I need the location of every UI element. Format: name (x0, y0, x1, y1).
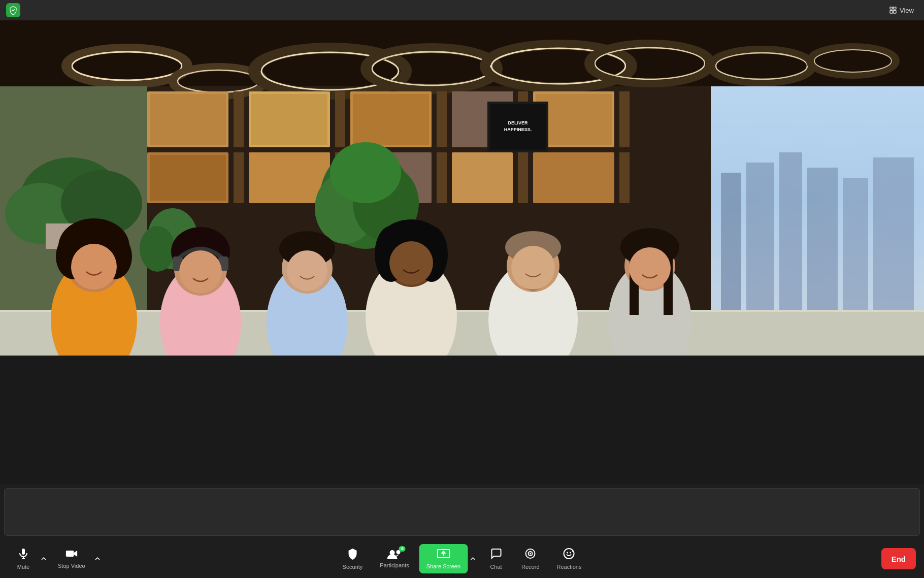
chevron-up-icon (41, 556, 47, 562)
svg-rect-46 (437, 152, 447, 203)
participants-icon: 6 (387, 549, 402, 560)
record-label: Record (521, 564, 539, 570)
svg-rect-48 (518, 152, 528, 203)
svg-rect-1 (894, 7, 896, 9)
svg-rect-3 (894, 11, 896, 13)
video-strip (4, 488, 920, 536)
svg-rect-27 (335, 91, 345, 147)
record-icon (524, 548, 537, 562)
mute-group: Mute (8, 543, 49, 574)
video-chevron[interactable] (92, 544, 103, 573)
svg-rect-26 (251, 94, 327, 145)
reactions-icon (563, 548, 575, 562)
svg-point-85 (179, 250, 222, 293)
svg-rect-29 (353, 94, 429, 145)
top-bar: View (0, 0, 924, 20)
svg-text:HAPPINESS.: HAPPINESS. (504, 127, 532, 132)
chevron-up-icon2 (94, 556, 101, 562)
svg-point-118 (570, 552, 571, 554)
share-screen-chevron[interactable] (468, 544, 478, 573)
svg-rect-23 (150, 94, 226, 145)
svg-rect-24 (234, 91, 244, 147)
svg-point-117 (567, 552, 568, 554)
view-icon (889, 6, 897, 14)
svg-text:DELIVER: DELIVER (508, 120, 528, 125)
svg-rect-109 (66, 551, 74, 557)
svg-point-95 (389, 241, 433, 285)
mute-chevron[interactable] (39, 544, 49, 573)
stop-video-label: Stop Video (58, 563, 85, 569)
chat-button[interactable]: Chat (481, 543, 511, 574)
svg-rect-59 (711, 86, 924, 310)
svg-rect-35 (619, 91, 630, 147)
svg-rect-72 (0, 310, 924, 312)
share-screen-button[interactable]: Share Screen (419, 544, 468, 573)
zoom-logo (6, 3, 20, 17)
toolbar-center-controls: Security 6 Participants (336, 543, 589, 574)
toolbar-right-controls: End (881, 548, 916, 569)
toolbar: Mute Stop Video (0, 540, 924, 578)
chevron-up-icon3 (470, 556, 476, 562)
toolbar-left-controls: Mute Stop Video (8, 543, 103, 574)
share-screen-label: Share Screen (426, 563, 460, 569)
security-icon (346, 548, 358, 562)
svg-rect-50 (619, 152, 630, 203)
participants-label: Participants (380, 562, 409, 568)
svg-point-70 (140, 226, 175, 272)
svg-point-115 (530, 553, 531, 555)
svg-rect-106 (22, 549, 25, 555)
share-screen-icon (437, 548, 450, 561)
security-button[interactable]: Security (336, 543, 370, 574)
svg-rect-49 (533, 152, 614, 203)
mute-button[interactable]: Mute (8, 543, 39, 574)
main-video-area: DELIVER HAPPINESS. (0, 20, 924, 356)
microphone-icon (17, 548, 29, 562)
video-group: Stop Video (51, 544, 103, 573)
svg-rect-0 (890, 7, 893, 9)
view-button[interactable]: View (885, 4, 918, 16)
end-button[interactable]: End (881, 548, 916, 569)
svg-rect-41 (150, 155, 226, 201)
svg-rect-47 (452, 152, 513, 203)
mute-label: Mute (17, 564, 29, 570)
chat-label: Chat (490, 564, 502, 570)
svg-point-99 (511, 246, 555, 290)
security-label: Security (343, 564, 363, 570)
share-screen-group: Share Screen (419, 544, 478, 573)
reactions-button[interactable]: Reactions (550, 543, 589, 574)
stop-video-button[interactable]: Stop Video (51, 544, 92, 573)
svg-point-79 (71, 244, 117, 290)
svg-point-68 (330, 142, 401, 203)
svg-rect-30 (437, 91, 447, 147)
bottom-panel: Mute Stop Video (0, 484, 924, 578)
svg-rect-71 (0, 310, 924, 356)
camera-icon (65, 549, 78, 561)
participants-button[interactable]: 6 Participants (373, 545, 416, 572)
svg-point-89 (287, 250, 327, 291)
chat-icon (490, 548, 502, 562)
participants-count-badge: 6 (399, 546, 406, 552)
record-button[interactable]: Record (514, 543, 546, 574)
reactions-label: Reactions (557, 564, 582, 570)
room-background: DELIVER HAPPINESS. (0, 20, 924, 356)
svg-point-105 (629, 247, 671, 289)
svg-rect-42 (234, 152, 244, 203)
view-label: View (900, 7, 914, 14)
svg-rect-2 (890, 11, 893, 13)
